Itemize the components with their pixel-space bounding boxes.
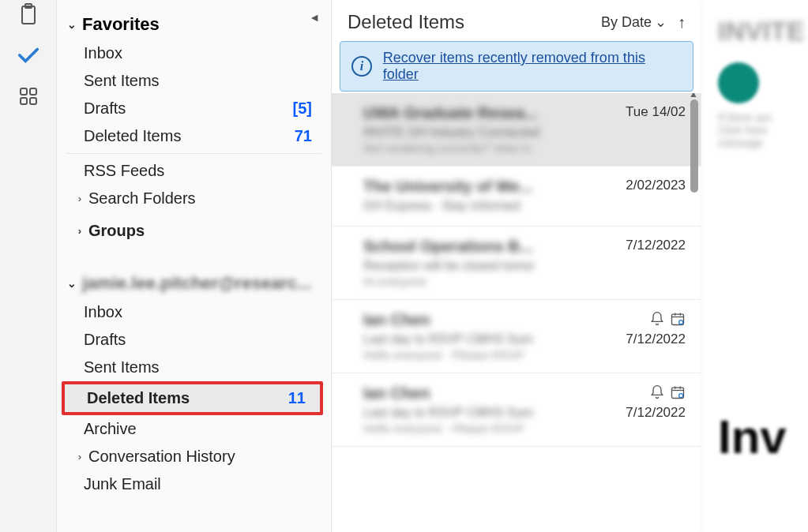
svg-rect-0	[22, 6, 35, 24]
app-rail	[0, 0, 57, 532]
folder-sent-acct[interactable]: Sent Items	[57, 354, 331, 381]
folder-inbox-acct[interactable]: Inbox	[57, 298, 331, 326]
folder-pane: ◄ ⌄ Favorites Inbox Sent Items Drafts [5…	[57, 0, 332, 532]
message-sender: UWA Graduate Resea...	[363, 104, 599, 122]
chevron-down-icon: ⌄	[66, 277, 77, 290]
reading-meta: If there areClick heremessage	[718, 111, 808, 149]
message-date: Tue 14/02	[626, 104, 686, 120]
scrollbar-thumb[interactable]	[690, 99, 698, 193]
calendar-icon	[670, 384, 686, 400]
folder-title: Deleted Items	[348, 11, 464, 33]
chevron-right-icon: ›	[74, 451, 85, 463]
message-row[interactable]: The University of We...GH Express · Stay…	[332, 167, 701, 227]
svg-rect-2	[21, 88, 27, 95]
bell-icon	[649, 311, 665, 327]
message-subject: Last day to RSVP CMHS Sum	[363, 406, 599, 420]
sort-direction-icon[interactable]: ↑	[678, 13, 686, 32]
message-subject: Reception will be closed tomor	[363, 259, 599, 273]
message-sender: The University of We...	[363, 178, 599, 196]
chevron-down-icon: ⌄	[655, 13, 667, 31]
message-row[interactable]: UWA Graduate Resea...INVITE GH Industry …	[332, 93, 701, 167]
account-section: ⌄ jamie.lee.pitcher@researc... Inbox Dra…	[57, 268, 331, 498]
message-date: 2/02/2023	[626, 178, 686, 193]
message-date: 7/12/2022	[626, 238, 686, 253]
folder-drafts[interactable]: Drafts [5]	[57, 95, 331, 122]
tasks-check-icon[interactable]	[17, 44, 39, 66]
svg-rect-4	[21, 98, 27, 104]
message-subject: Last day to RSVP CMHS Sum	[363, 332, 599, 347]
calendar-icon	[670, 311, 686, 327]
recover-banner: i Recover items recently removed from th…	[340, 41, 693, 92]
sort-by-date[interactable]: By Date ⌄	[601, 13, 667, 31]
message-preview: Not rendering correctly? View in	[363, 141, 599, 155]
message-subject: GH Express · Stay informed	[363, 199, 599, 213]
message-preview: Hello everyone · Please RSVP	[363, 421, 599, 435]
message-sender: Ian Chen	[363, 311, 599, 329]
message-date: 7/12/2022	[626, 405, 686, 421]
message-row[interactable]: Ian ChenLast day to RSVP CMHS SumHello e…	[332, 373, 701, 447]
clipboard-icon[interactable]	[17, 3, 39, 25]
folder-drafts-acct[interactable]: Drafts	[57, 326, 331, 354]
divider	[66, 153, 321, 154]
svg-rect-13	[672, 388, 684, 398]
message-subject: INVITE GH Industry Connected	[363, 126, 599, 140]
message-list-header: Deleted Items By Date ⌄ ↑	[332, 0, 701, 41]
folder-junk[interactable]: Junk Email	[57, 470, 331, 498]
favorites-header[interactable]: ⌄ Favorites	[57, 9, 331, 39]
sort-controls: By Date ⌄ ↑	[601, 13, 686, 32]
chevron-right-icon: ›	[74, 193, 85, 204]
folder-archive[interactable]: Archive	[57, 415, 331, 443]
message-date: 7/12/2022	[626, 332, 686, 347]
favorites-section: ⌄ Favorites Inbox Sent Items Drafts [5] …	[57, 9, 331, 245]
message-row[interactable]: School Operations B...Reception will be …	[332, 227, 701, 300]
svg-point-17	[679, 394, 683, 398]
message-preview: Hello everyone · Please RSVP	[363, 348, 599, 362]
folder-conv-history[interactable]: › Conversation History	[57, 443, 331, 470]
info-icon: i	[351, 56, 372, 77]
folder-rss[interactable]: RSS Feeds	[57, 157, 331, 185]
chevron-right-icon: ›	[74, 225, 85, 237]
avatar	[718, 62, 759, 103]
message-scroll[interactable]: ▲ UWA Graduate Resea...INVITE GH Industr…	[332, 93, 701, 532]
message-preview: Hi everyone	[363, 275, 599, 288]
account-label: jamie.lee.pitcher@researc...	[82, 273, 312, 294]
folder-inbox[interactable]: Inbox	[57, 39, 331, 67]
reading-title: INVITE G	[718, 16, 808, 47]
bell-icon	[649, 384, 665, 400]
folder-groups[interactable]: › Groups	[57, 217, 331, 245]
folder-search[interactable]: › Search Folders	[57, 185, 331, 212]
apps-grid-icon[interactable]	[17, 85, 39, 107]
scroll-up-icon[interactable]: ▲	[689, 93, 698, 99]
svg-rect-8	[672, 314, 684, 324]
svg-point-12	[679, 320, 683, 324]
favorites-label: Favorites	[82, 14, 160, 35]
svg-rect-5	[30, 98, 36, 104]
message-sender: School Operations B...	[363, 238, 599, 256]
folder-deleted-items-fav[interactable]: Deleted Items 71	[57, 122, 331, 150]
reading-pane: INVITE G If there areClick heremessage I…	[701, 0, 808, 532]
chevron-down-icon: ⌄	[66, 18, 77, 31]
svg-rect-3	[30, 88, 36, 95]
account-header[interactable]: ⌄ jamie.lee.pitcher@researc...	[57, 268, 331, 298]
collapse-pane-icon[interactable]: ◄	[309, 11, 320, 24]
message-list-pane: Deleted Items By Date ⌄ ↑ i Recover item…	[332, 0, 701, 532]
message-sender: Ian Chen	[363, 384, 599, 403]
message-row[interactable]: Ian ChenLast day to RSVP CMHS SumHello e…	[332, 300, 701, 373]
folder-sent-items[interactable]: Sent Items	[57, 67, 331, 95]
reading-body-title: Inv	[718, 410, 808, 464]
recover-link[interactable]: Recover items recently removed from this…	[383, 50, 682, 83]
folder-deleted-items-acct[interactable]: Deleted Items 11	[65, 384, 320, 412]
